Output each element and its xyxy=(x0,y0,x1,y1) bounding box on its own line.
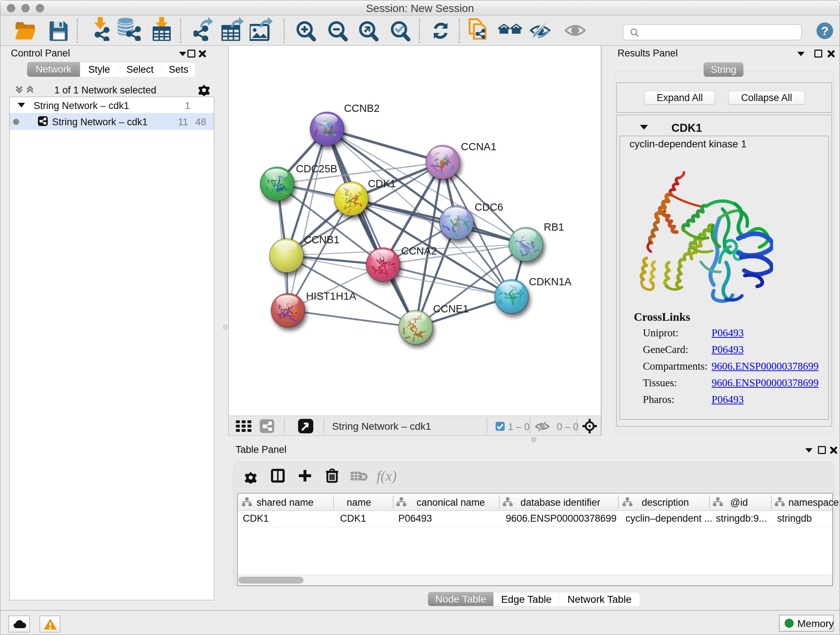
svg-text:HIST1H1A: HIST1H1A xyxy=(306,290,356,302)
svg-text:CDC25B: CDC25B xyxy=(296,163,337,174)
svg-text:CCNB1: CCNB1 xyxy=(304,234,339,245)
svg-text:CDC6: CDC6 xyxy=(475,201,503,213)
svg-text:RB1: RB1 xyxy=(544,221,564,233)
svg-text:CDKN1A: CDKN1A xyxy=(529,276,572,287)
svg-text:CDK1: CDK1 xyxy=(368,178,396,189)
svg-text:CCNA2: CCNA2 xyxy=(401,245,437,257)
svg-text:CCNA1: CCNA1 xyxy=(461,141,496,152)
svg-text:CCNB2: CCNB2 xyxy=(344,103,379,114)
svg-text:CCNE1: CCNE1 xyxy=(433,303,469,315)
